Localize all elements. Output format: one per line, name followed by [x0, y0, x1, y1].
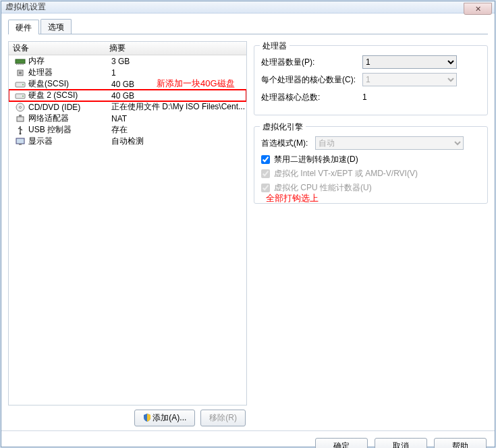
device-summary: 3 GB: [109, 57, 246, 66]
svg-rect-1: [16, 63, 18, 65]
device-name: CD/DVD (IDE): [28, 103, 80, 112]
cpu-icon: [15, 68, 26, 78]
col-device: 设备: [9, 43, 107, 54]
svg-rect-3: [20, 63, 22, 65]
svg-rect-6: [19, 72, 22, 74]
svg-rect-2: [18, 63, 20, 65]
window-title: 虚拟机设置: [5, 1, 46, 13]
cores-select: 1: [362, 73, 457, 86]
device-summary: 正在使用文件 D:\My ISO Files\Cent...: [109, 101, 246, 113]
col-summary: 摘要: [107, 43, 246, 54]
device-list-header: 设备 摘要: [9, 42, 246, 55]
dialog-buttons: 确定 取消 帮助: [1, 430, 495, 448]
add-button-label: 添加(A)...: [153, 413, 186, 422]
device-name: 网络适配器: [28, 113, 69, 124]
svg-point-12: [20, 106, 22, 108]
svg-point-8: [22, 84, 24, 85]
shield-icon: [143, 414, 151, 422]
total-cores-label: 处理器核心总数:: [261, 92, 362, 103]
device-row[interactable]: 内存3 GB: [9, 55, 246, 67]
chk-cpu-counter: [261, 184, 270, 192]
help-button[interactable]: 帮助: [434, 438, 487, 448]
cores-label: 每个处理器的核心数量(C):: [261, 74, 362, 86]
svg-rect-16: [16, 138, 24, 144]
display-icon: [15, 137, 26, 146]
close-button[interactable]: ✕: [464, 3, 492, 15]
device-summary: 40 GB: [109, 91, 246, 101]
add-button[interactable]: 添加(A)...: [134, 410, 195, 426]
device-summary: 自动检测: [109, 136, 246, 147]
svg-rect-0: [16, 59, 25, 63]
memory-icon: [15, 57, 26, 66]
processor-group: 处理器 处理器数量(P): 1 每个处理器的核心数量(C):: [254, 45, 488, 115]
chk-disable-binary[interactable]: [261, 155, 270, 164]
processor-count-label: 处理器数量(P):: [261, 57, 362, 68]
ok-button[interactable]: 确定: [315, 438, 368, 448]
hdd-icon: [15, 80, 26, 89]
settings-window: 虚拟机设置 ✕ 硬件 选项 设备 摘要 内存3 GB处理器1硬盘(SCSI)40…: [1, 1, 495, 447]
svg-point-15: [20, 132, 22, 134]
device-summary: NAT: [109, 114, 246, 123]
tab-hardware[interactable]: 硬件: [8, 20, 39, 34]
device-summary: 40 GB: [109, 80, 246, 89]
svg-rect-17: [19, 144, 22, 145]
processor-count-select[interactable]: 1: [362, 55, 457, 69]
device-row[interactable]: 硬盘(SCSI)40 GB: [9, 78, 246, 90]
device-name: USB 控制器: [28, 124, 72, 136]
processor-group-title: 处理器: [260, 40, 290, 52]
cd-icon: [15, 103, 26, 112]
tab-options[interactable]: 选项: [40, 19, 72, 34]
chk-cpu-counter-label: 虚拟化 CPU 性能计数器(U): [274, 182, 372, 194]
titlebar: 虚拟机设置 ✕: [1, 1, 495, 13]
remove-button: 移除(R): [200, 410, 246, 426]
device-summary: 存在: [109, 124, 246, 136]
cancel-button[interactable]: 取消: [375, 438, 427, 448]
device-name: 显示器: [28, 136, 53, 147]
virt-group-title: 虚拟化引擎: [260, 121, 306, 133]
svg-point-10: [22, 95, 24, 96]
device-name: 硬盘 2 (SCSI): [28, 90, 78, 101]
device-list[interactable]: 设备 摘要 内存3 GB处理器1硬盘(SCSI)40 GB硬盘 2 (SCSI)…: [8, 41, 247, 405]
device-name: 硬盘(SCSI): [28, 78, 69, 90]
device-row[interactable]: USB 控制器存在: [9, 124, 246, 136]
mode-select: 自动: [315, 136, 464, 150]
total-cores-value: 1: [362, 92, 480, 102]
hdd-icon: [15, 91, 26, 101]
usb-icon: [15, 125, 26, 135]
device-row[interactable]: 处理器1: [9, 67, 246, 78]
device-row[interactable]: 硬盘 2 (SCSI)40 GB: [9, 90, 246, 101]
virt-group: 虚拟化引擎 首选模式(M): 自动 禁用二进制转换加速(D): [254, 126, 488, 204]
device-name: 处理器: [28, 67, 53, 78]
device-row[interactable]: 显示器自动检测: [9, 136, 246, 147]
device-row[interactable]: 网络适配器NAT: [9, 113, 246, 124]
chk-vt-x: [261, 169, 270, 178]
svg-rect-13: [17, 117, 24, 121]
svg-rect-4: [22, 63, 24, 65]
chk-disable-binary-label: 禁用二进制转换加速(D): [274, 154, 358, 165]
svg-rect-14: [19, 115, 22, 117]
device-summary: 1: [109, 68, 246, 78]
chk-vt-x-label: 虚拟化 Intel VT-x/EPT 或 AMD-V/RVI(V): [274, 168, 418, 179]
mode-label: 首选模式(M):: [261, 138, 315, 149]
tab-strip: 硬件 选项: [8, 19, 488, 34]
net-icon: [15, 114, 26, 123]
device-name: 内存: [28, 55, 45, 67]
device-row[interactable]: CD/DVD (IDE)正在使用文件 D:\My ISO Files\Cent.…: [9, 101, 246, 113]
